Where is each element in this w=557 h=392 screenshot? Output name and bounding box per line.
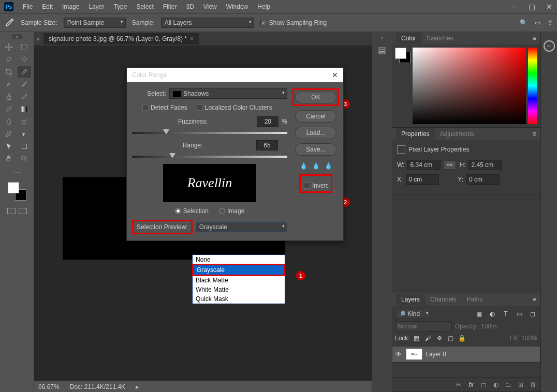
filter-shape-icon[interactable]: ▭ xyxy=(515,309,524,319)
history-panel-icon[interactable] xyxy=(376,44,388,57)
tab-channels[interactable]: Channels xyxy=(425,294,462,305)
move-tool[interactable] xyxy=(2,41,16,53)
panel-collapse-icon[interactable]: « xyxy=(380,35,383,40)
gradient-tool[interactable] xyxy=(18,103,31,115)
menu-type[interactable]: Type xyxy=(109,1,131,12)
eyedropper-tool[interactable] xyxy=(18,66,31,78)
close-icon[interactable]: ✕ xyxy=(546,3,553,10)
panel-menu-icon[interactable]: ≡ xyxy=(533,296,536,303)
tab-color[interactable]: Color xyxy=(396,33,421,44)
stamp-tool[interactable] xyxy=(2,91,16,102)
pen-tool[interactable] xyxy=(2,128,16,140)
sample-dropdown[interactable]: All Layers xyxy=(161,18,254,28)
menu-edit[interactable]: Edit xyxy=(38,1,57,12)
brush-tool[interactable] xyxy=(18,79,31,90)
visibility-icon[interactable]: 👁 xyxy=(395,351,403,358)
heal-tool[interactable] xyxy=(2,79,16,90)
toolbar-collapse-icon[interactable]: » xyxy=(12,34,22,39)
lock-all-icon[interactable]: 🔒 xyxy=(458,334,467,343)
dialog-close-icon[interactable]: ✕ xyxy=(332,71,338,79)
fill-value[interactable]: 100% xyxy=(521,335,537,342)
menu-image[interactable]: Image xyxy=(58,1,83,12)
color-field[interactable] xyxy=(413,48,526,124)
menu-file[interactable]: File xyxy=(19,1,37,12)
maximize-icon[interactable]: ▢ xyxy=(528,3,535,10)
type-tool[interactable]: T xyxy=(18,128,31,140)
new-layer-icon[interactable]: ⊞ xyxy=(517,381,525,389)
option-quick-mask[interactable]: Quick Mask xyxy=(193,294,285,304)
x-input[interactable] xyxy=(406,174,439,185)
panel-menu-icon[interactable]: ≡ xyxy=(533,130,536,138)
filter-pixel-icon[interactable]: ▦ xyxy=(474,309,483,319)
tab-properties[interactable]: Properties xyxy=(396,128,435,140)
crop-tool[interactable] xyxy=(2,66,16,78)
sample-size-dropdown[interactable]: Point Sample xyxy=(64,18,126,28)
eyedropper-subtract-icon[interactable]: 💧 xyxy=(324,162,332,170)
lasso-tool[interactable] xyxy=(2,54,16,65)
layer-thumbnail[interactable]: Rav xyxy=(406,349,422,360)
ok-button[interactable]: OK xyxy=(295,91,336,103)
zoom-tool[interactable] xyxy=(18,153,31,164)
show-sampling-checkbox[interactable]: Show Sampling Ring xyxy=(260,19,327,26)
quick-select-tool[interactable] xyxy=(18,54,31,65)
marquee-tool[interactable] xyxy=(18,41,31,53)
menu-view[interactable]: View xyxy=(199,1,221,12)
dialog-titlebar[interactable]: Color Range ✕ xyxy=(127,68,343,82)
minimize-icon[interactable]: ─ xyxy=(510,3,518,10)
option-none[interactable]: None xyxy=(193,255,285,264)
path-select-tool[interactable] xyxy=(2,141,16,152)
tab-swatches[interactable]: Swatches xyxy=(421,33,459,44)
eyedropper-icon[interactable] xyxy=(4,18,14,28)
cc-libraries-icon[interactable]: ∞ xyxy=(544,40,555,52)
lock-artboard-icon[interactable]: ▢ xyxy=(446,334,456,343)
link-icon[interactable]: ⚯ xyxy=(444,160,456,170)
image-radio[interactable]: Image xyxy=(219,207,244,215)
share-icon[interactable]: ⇪ xyxy=(548,19,553,26)
shape-tool[interactable] xyxy=(18,141,31,152)
menu-layer[interactable]: Layer xyxy=(84,1,108,12)
height-input[interactable] xyxy=(468,160,502,170)
document-tab[interactable]: signature photo 3.jpg @ 66.7% (Layer 0, … xyxy=(43,33,199,44)
filter-adjust-icon[interactable]: ◐ xyxy=(488,309,497,319)
panel-menu-icon[interactable]: ≡ xyxy=(533,35,536,42)
selection-preview-dropdown[interactable]: Grayscale xyxy=(196,222,287,232)
search-icon[interactable]: 🔍 xyxy=(520,19,527,26)
layer-name[interactable]: Layer 0 xyxy=(426,351,446,358)
menu-3d[interactable]: 3D xyxy=(182,1,198,12)
range-slider[interactable] xyxy=(132,156,287,158)
menu-help[interactable]: Help xyxy=(253,1,274,12)
load-button[interactable]: Load... xyxy=(295,127,336,139)
option-black-matte[interactable]: Black Matte xyxy=(193,276,285,285)
option-white-matte[interactable]: White Matte xyxy=(193,285,285,294)
trash-icon[interactable]: 🗑 xyxy=(529,381,537,389)
status-more-icon[interactable]: ▸ xyxy=(136,383,139,390)
tab-prev-icon[interactable]: « xyxy=(36,35,43,42)
eyedropper-add-icon[interactable]: 💧 xyxy=(312,162,320,170)
history-brush-tool[interactable] xyxy=(18,91,31,102)
link-layers-icon[interactable]: ⚯ xyxy=(455,381,463,389)
range-input[interactable] xyxy=(256,140,278,150)
zoom-level[interactable]: 66.67% xyxy=(38,383,60,390)
dodge-tool[interactable] xyxy=(18,116,31,127)
hand-tool[interactable] xyxy=(2,153,16,164)
tab-close-icon[interactable]: × xyxy=(190,35,194,42)
workspace-icon[interactable]: ▭ xyxy=(535,19,540,26)
invert-checkbox[interactable]: Invert xyxy=(304,182,328,189)
mask-icon[interactable]: ◻ xyxy=(479,381,488,389)
cancel-button[interactable]: Cancel xyxy=(295,110,336,123)
select-dropdown[interactable]: Shadows xyxy=(169,88,287,99)
blur-tool[interactable] xyxy=(2,116,16,127)
screen-mode-icon[interactable] xyxy=(7,208,16,214)
fuzziness-input[interactable] xyxy=(257,116,278,127)
filter-smart-icon[interactable]: ◻ xyxy=(528,309,537,319)
blend-mode-dropdown[interactable]: Normal xyxy=(395,321,452,331)
tab-paths[interactable]: Paths xyxy=(462,294,488,305)
filter-type-icon[interactable]: T xyxy=(501,309,510,319)
width-input[interactable] xyxy=(407,160,441,170)
fuzziness-slider[interactable] xyxy=(132,132,287,134)
filter-kind-dropdown[interactable]: 🔎 Kind xyxy=(395,309,431,319)
opacity-value[interactable]: 100% xyxy=(481,323,497,330)
fg-swatch[interactable] xyxy=(395,48,406,59)
hue-slider[interactable] xyxy=(528,48,537,124)
color-swatches[interactable] xyxy=(8,182,26,201)
